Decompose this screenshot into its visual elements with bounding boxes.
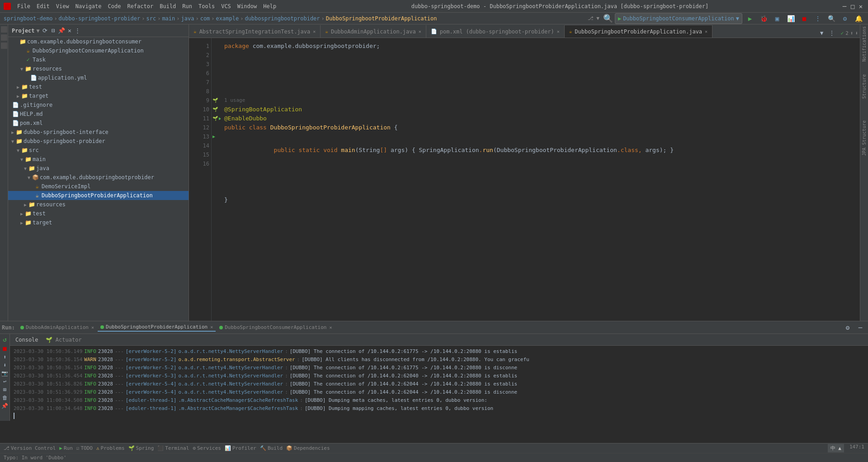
more-actions[interactable]: ⋮ <box>812 13 824 24</box>
tree-item-probider-root[interactable]: ▼ 📁 dubbo-springboot-probider <box>8 137 189 146</box>
tree-item-gitignore[interactable]: 📄 .gitignore <box>8 100 189 110</box>
menu-navigate[interactable]: Navigate <box>73 2 104 10</box>
chinese-input-indicator[interactable]: 中 ▲ <box>828 444 844 452</box>
scroll-down-icon[interactable]: ⬇ <box>3 362 6 368</box>
tab-pom[interactable]: 📄 pom.xml (dubbo-springboot-probider) ✕ <box>426 25 565 38</box>
menu-view[interactable]: View <box>53 2 72 10</box>
run-button[interactable]: ▶ <box>744 13 756 24</box>
menu-code[interactable]: Code <box>105 2 124 10</box>
pin-run-icon[interactable]: 📌 <box>1 403 8 409</box>
tree-item-resources[interactable]: ▼ 📁 resources <box>8 64 189 73</box>
breadcrumb-item[interactable]: springboot-demo <box>4 15 52 22</box>
jpa-panel-label[interactable]: JPA Structure <box>862 120 867 156</box>
filter-icon[interactable]: ⊞ <box>3 386 6 393</box>
coverage-button[interactable]: ▣ <box>771 13 783 24</box>
menu-window[interactable]: Window <box>235 2 259 10</box>
tree-item-demo-service[interactable]: ☕ DemoServiceImpl <box>8 182 189 191</box>
problems-item[interactable]: ⚠ Problems <box>96 445 125 451</box>
tree-item-test[interactable]: ▶ 📁 test <box>8 82 189 91</box>
tree-item-task[interactable]: ✓ Task <box>8 55 189 64</box>
recent-files-button[interactable]: ▼ <box>817 29 826 38</box>
stop-run-icon[interactable]: ■ <box>3 345 6 352</box>
tree-item-help-md[interactable]: 📄 HELP.md <box>8 110 189 119</box>
todo-item[interactable]: ☑ TODO <box>76 445 93 451</box>
line-col-indicator[interactable]: 147:1 <box>849 444 864 452</box>
expand-editor-icon[interactable]: ⬆ <box>850 30 854 36</box>
hide-panel-icon[interactable]: ✕ <box>66 27 73 34</box>
dependencies-item[interactable]: 📦 Dependencies <box>286 445 330 451</box>
collapse-all-icon[interactable]: ⊟ <box>50 27 57 34</box>
project-panel-dropdown[interactable]: ▼ <box>37 28 40 34</box>
tree-item-resources2[interactable]: ▶ 📁 resources <box>8 200 189 209</box>
screenshot-icon[interactable]: 📷 <box>1 370 8 376</box>
breadcrumb-item[interactable]: dubbo-springboot-probider <box>59 15 141 22</box>
close-run-tab[interactable]: ✕ <box>210 324 213 329</box>
tree-item-main[interactable]: ▼ 📁 main <box>8 155 189 164</box>
main-run-icon[interactable]: ▶ <box>212 132 215 141</box>
breadcrumb-item[interactable]: example <box>216 15 239 22</box>
run-hide-icon[interactable]: ─ <box>854 322 866 333</box>
close-run-tab[interactable]: ✕ <box>329 325 332 330</box>
search-everywhere[interactable]: 🔍 <box>826 13 837 24</box>
run-gutter-icon[interactable]: 🌱 <box>212 114 218 123</box>
tab-close-button[interactable]: ✕ <box>557 29 560 34</box>
menu-help[interactable]: Help <box>260 2 279 10</box>
tree-item-src[interactable]: ▼ 📁 src <box>8 146 189 155</box>
tab-close-button[interactable]: ✕ <box>705 29 708 34</box>
menu-refactor[interactable]: Refactor <box>124 2 156 10</box>
menu-edit[interactable]: Edit <box>34 2 52 10</box>
profiler-item[interactable]: 📊 Profiler <box>225 445 256 451</box>
debug-button[interactable]: 🐞 <box>758 13 769 24</box>
minimize-button[interactable]: ─ <box>841 3 848 10</box>
clear-icon[interactable]: 🗑 <box>2 395 8 401</box>
scroll-up-icon[interactable]: ⬆ <box>3 354 6 360</box>
console-tab[interactable]: Console <box>14 336 40 344</box>
profile-button[interactable]: 📊 <box>785 13 797 24</box>
tab-probider-app[interactable]: ☕ DubboSpringbootProbiderApplication.jav… <box>565 25 712 38</box>
tree-item-application-yml[interactable]: 📄 application.yml <box>8 73 189 82</box>
tree-item-consumer-package[interactable]: 📁 com.example.dubbospringbootconsumer <box>8 37 189 46</box>
tree-item-consumer-app[interactable]: ☕ DubboSpringbootConsumerApplication <box>8 46 189 55</box>
breadcrumb-item[interactable]: DubboSpringbootProbiderApplication <box>326 15 437 22</box>
code-content[interactable]: package com.example.dubbospringbootprobi… <box>221 38 860 321</box>
menu-run[interactable]: Run <box>179 2 195 10</box>
notifications-button[interactable]: 🔔 <box>853 13 864 24</box>
tree-item-java[interactable]: ▼ 📁 java <box>8 164 189 173</box>
breadcrumb-item[interactable]: main <box>162 15 175 22</box>
wrap-icon[interactable]: ↩ <box>3 378 6 385</box>
window-controls[interactable]: ─ □ ✕ <box>841 3 864 10</box>
tree-item-test2[interactable]: ▶ 📁 test <box>8 209 189 218</box>
breadcrumb-item[interactable]: src <box>146 15 156 22</box>
breadcrumb-item[interactable]: dubbospringbootprobider <box>245 15 320 22</box>
close-run-tab[interactable]: ✕ <box>91 325 94 330</box>
terminal-item[interactable]: ⬛ Terminal <box>157 445 189 451</box>
bookmarks-icon[interactable] <box>1 43 7 49</box>
stop-button[interactable]: ■ <box>798 13 810 24</box>
spring-item[interactable]: 🌱 Spring <box>128 445 154 451</box>
settings-button[interactable]: ⚙ <box>839 13 851 24</box>
tree-item-interface[interactable]: ▶ 📁 dubbo-springboot-interface <box>8 128 189 137</box>
tab-admin[interactable]: ☕ DubboAdminApplication.java ✕ <box>321 25 426 38</box>
close-button[interactable]: ✕ <box>857 3 864 10</box>
rerun-icon[interactable]: ↺ <box>3 336 6 343</box>
git-branch[interactable]: ⎇ ▼ <box>588 15 599 21</box>
run-tab-probider[interactable]: DubboSpringbootProbiderApplication ✕ <box>98 323 216 332</box>
run-item[interactable]: ▶ Run <box>59 445 73 451</box>
scroll-to-source-icon[interactable]: ⟳ <box>42 27 49 34</box>
tree-item-probider-package[interactable]: ▼ 📦 com.example.dubbospringbootprobider <box>8 173 189 182</box>
menu-vcs[interactable]: VCS <box>218 2 234 10</box>
menu-build[interactable]: Build <box>157 2 179 10</box>
tab-close-button[interactable]: ✕ <box>313 29 316 34</box>
maximize-button[interactable]: □ <box>849 3 856 10</box>
tree-item-target-consumer[interactable]: ▶ 📁 target <box>8 91 189 100</box>
breadcrumb-item[interactable]: java <box>181 15 194 22</box>
tree-item-probider-app[interactable]: ☕ DubboSpringbootProbiderApplication <box>8 191 189 200</box>
version-control-item[interactable]: ⎇ Version Control <box>4 445 56 451</box>
menu-file[interactable]: File <box>14 2 33 10</box>
menu-bar[interactable]: File Edit View Navigate Code Refactor Bu… <box>14 2 279 10</box>
notifications-panel-label[interactable]: Notifications <box>862 26 867 62</box>
menu-tools[interactable]: Tools <box>196 2 217 10</box>
tab-close-button[interactable]: ✕ <box>419 29 421 34</box>
structure-panel-label[interactable]: Structure <box>862 74 867 99</box>
tab-abstract-spring[interactable]: ☕ AbstractSpringIntegrationTest.java ✕ <box>189 25 321 38</box>
